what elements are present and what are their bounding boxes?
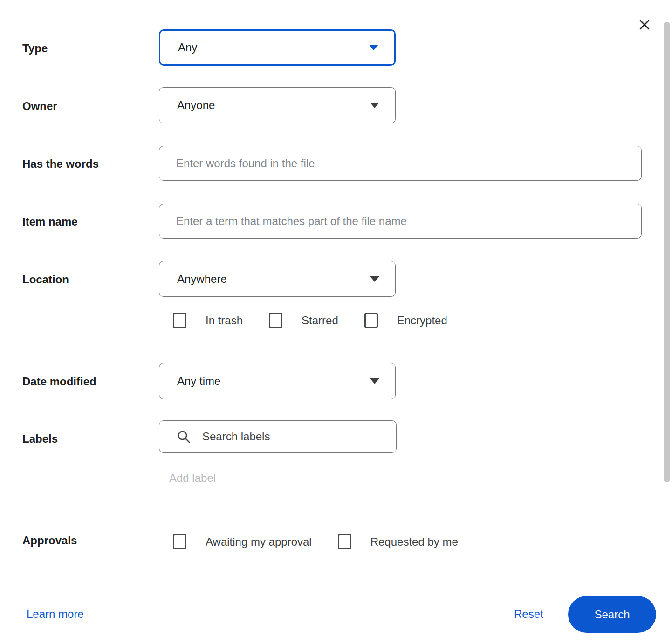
requested-by-me-label: Requested by me [370,535,458,548]
type-select[interactable]: Any [159,29,396,66]
labels-label: Labels [22,432,58,445]
awaiting-my-approval-option[interactable]: Awaiting my approval [173,534,312,549]
in-trash-label: In trash [206,314,243,327]
in-trash-option[interactable]: In trash [173,313,243,328]
advanced-search-dialog: Type Any Owner Anyone Has the words Item… [0,0,672,644]
encrypted-option[interactable]: Encrypted [364,313,447,328]
labels-search-box [159,420,397,453]
chevron-down-icon [370,103,379,108]
owner-select-value: Anyone [177,99,215,112]
location-filter-options: In trash Starred Encrypted [173,313,447,328]
awaiting-my-approval-label: Awaiting my approval [206,535,312,548]
date-modified-select[interactable]: Any time [159,363,396,399]
date-modified-select-value: Any time [177,375,220,388]
location-label: Location [22,273,69,286]
close-button[interactable] [634,14,655,35]
add-label-text: Add label [169,471,216,485]
close-icon [637,17,652,32]
has-words-label: Has the words [22,158,99,171]
encrypted-label: Encrypted [397,314,447,327]
requested-by-me-option[interactable]: Requested by me [338,534,458,549]
awaiting-my-approval-checkbox[interactable] [173,534,186,549]
starred-option[interactable]: Starred [269,313,338,328]
search-button[interactable]: Search [568,596,656,633]
search-icon [176,429,191,444]
item-name-input[interactable] [159,204,642,239]
learn-more-link[interactable]: Learn more [27,607,84,621]
type-label: Type [22,42,48,55]
location-select[interactable]: Anywhere [159,261,396,297]
owner-label: Owner [22,100,57,113]
requested-by-me-checkbox[interactable] [338,534,351,549]
starred-checkbox[interactable] [269,313,282,328]
chevron-down-icon [370,276,379,282]
in-trash-checkbox[interactable] [173,313,186,328]
item-name-label: Item name [22,215,78,228]
approvals-options: Awaiting my approval Requested by me [173,534,458,549]
chevron-down-icon [369,45,378,50]
labels-search-input[interactable] [201,430,387,444]
owner-select[interactable]: Anyone [159,87,396,123]
date-modified-label: Date modified [22,375,96,388]
reset-button[interactable]: Reset [514,607,543,621]
encrypted-checkbox[interactable] [364,313,378,328]
scrollbar-thumb[interactable] [664,22,670,482]
chevron-down-icon [370,378,379,384]
starred-label: Starred [302,314,338,327]
location-select-value: Anywhere [177,273,227,286]
approvals-label: Approvals [22,534,77,547]
type-select-value: Any [178,41,197,54]
has-words-input[interactable] [159,146,642,181]
